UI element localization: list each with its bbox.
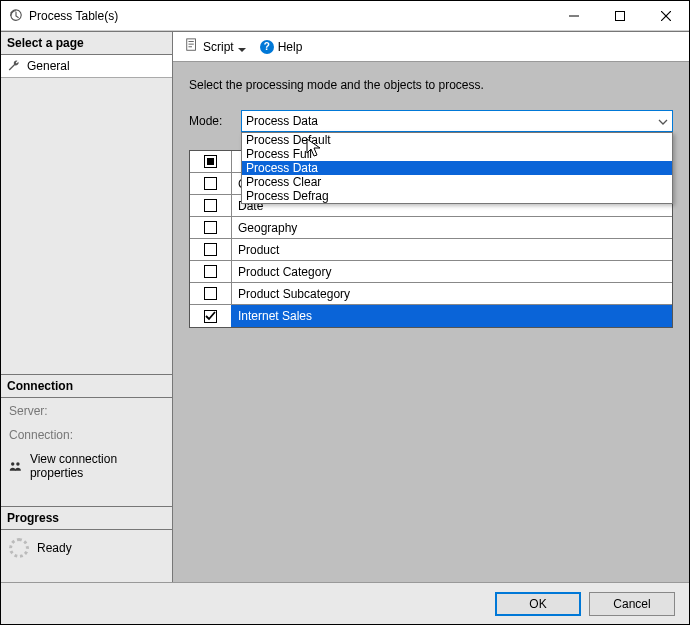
help-button[interactable]: ? Help: [256, 38, 307, 56]
row-name: Internet Sales: [232, 309, 672, 323]
row-checkbox[interactable]: [204, 221, 217, 234]
view-connection-properties[interactable]: View connection properties: [9, 452, 164, 480]
page-list: General: [1, 55, 172, 78]
window-controls: [551, 1, 689, 30]
table-row[interactable]: Product Category: [190, 261, 672, 283]
table-row[interactable]: Product: [190, 239, 672, 261]
ok-label: OK: [529, 597, 546, 611]
progress-panel: Ready: [1, 530, 172, 566]
mode-option[interactable]: Process Full: [242, 147, 672, 161]
view-connection-label: View connection properties: [30, 452, 164, 480]
row-checkbox[interactable]: [204, 243, 217, 256]
sidebar-item-general[interactable]: General: [1, 57, 172, 75]
script-label: Script: [203, 40, 234, 54]
main-panel: Script ? Help Select the processing mode…: [173, 32, 689, 582]
server-label: Server:: [9, 404, 164, 418]
row-checkbox[interactable]: [204, 287, 217, 300]
chevron-down-icon: [238, 43, 246, 51]
content-area: Select the processing mode and the objec…: [173, 62, 689, 582]
table-row[interactable]: Product Subcategory: [190, 283, 672, 305]
window-title: Process Table(s): [29, 9, 551, 23]
dialog-body: Select a page General Connection Server:…: [1, 31, 689, 582]
people-icon: [9, 460, 24, 472]
mode-option[interactable]: Process Default: [242, 133, 672, 147]
select-all-checkbox[interactable]: [204, 155, 217, 168]
app-icon: [9, 9, 23, 23]
select-all-cell[interactable]: [190, 151, 232, 172]
help-icon: ?: [260, 40, 274, 54]
script-icon: [185, 38, 199, 55]
row-name: Product Category: [232, 265, 672, 279]
mode-label: Mode:: [189, 114, 233, 128]
mode-selected-value: Process Data: [246, 114, 318, 128]
connection-header: Connection: [1, 374, 172, 398]
connection-label: Connection:: [9, 428, 164, 442]
help-label: Help: [278, 40, 303, 54]
sidebar: Select a page General Connection Server:…: [1, 32, 173, 582]
connection-panel: Server: Connection: View connection prop…: [1, 398, 172, 486]
title-bar: Process Table(s): [1, 1, 689, 31]
row-checkbox[interactable]: [204, 199, 217, 212]
table-row[interactable]: Geography: [190, 217, 672, 239]
mode-option[interactable]: Process Defrag: [242, 189, 672, 203]
select-page-header: Select a page: [1, 32, 172, 55]
mode-option[interactable]: Process Clear: [242, 175, 672, 189]
row-name: Geography: [232, 221, 672, 235]
svg-point-5: [16, 462, 19, 465]
progress-status: Ready: [37, 541, 72, 555]
cancel-button[interactable]: Cancel: [589, 592, 675, 616]
sidebar-item-label: General: [27, 59, 70, 73]
mode-combobox[interactable]: Process Data: [241, 110, 673, 132]
row-checkbox[interactable]: [204, 177, 217, 190]
process-tables-dialog: Process Table(s) Select a page General C…: [0, 0, 690, 625]
maximize-button[interactable]: [597, 1, 643, 30]
script-button[interactable]: Script: [181, 36, 250, 57]
wrench-icon: [7, 59, 21, 73]
progress-header: Progress: [1, 506, 172, 530]
row-checkbox[interactable]: [204, 310, 217, 323]
mode-dropdown: Process Default Process Full Process Dat…: [241, 132, 673, 204]
cancel-label: Cancel: [613, 597, 650, 611]
close-button[interactable]: [643, 1, 689, 30]
ok-button[interactable]: OK: [495, 592, 581, 616]
row-name: Product: [232, 243, 672, 257]
svg-rect-1: [616, 11, 625, 20]
svg-point-4: [11, 462, 14, 465]
minimize-button[interactable]: [551, 1, 597, 30]
progress-spinner-icon: [9, 538, 29, 558]
toolbar: Script ? Help: [173, 32, 689, 62]
row-name: Product Subcategory: [232, 287, 672, 301]
table-row[interactable]: Internet Sales: [190, 305, 672, 327]
mode-option[interactable]: Process Data: [242, 161, 672, 175]
grid-empty-area: [189, 328, 673, 582]
dialog-footer: OK Cancel: [1, 582, 689, 624]
instruction-text: Select the processing mode and the objec…: [189, 78, 673, 92]
chevron-down-icon: [658, 116, 668, 126]
row-checkbox[interactable]: [204, 265, 217, 278]
mode-row: Mode: Process Data Process Default Proce…: [189, 110, 673, 132]
